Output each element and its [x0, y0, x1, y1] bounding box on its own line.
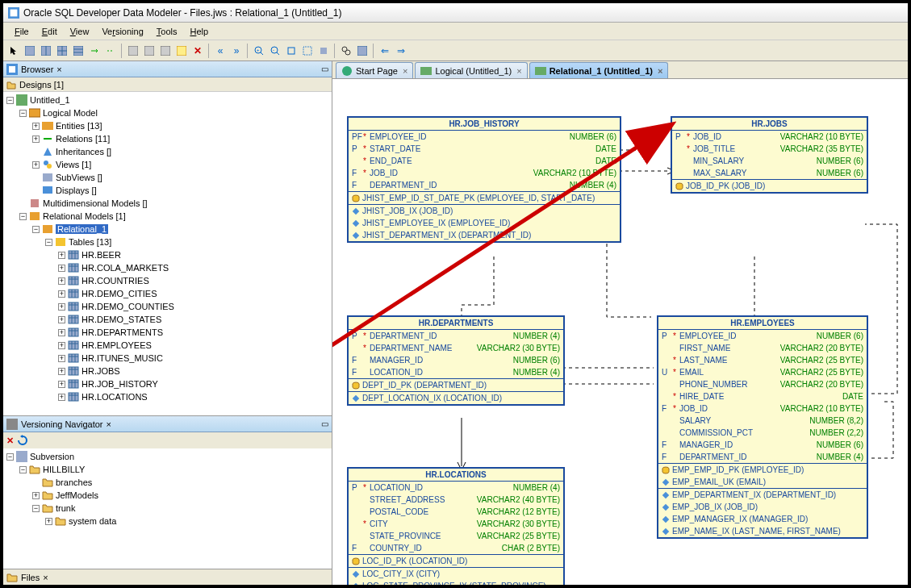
tool-fit-sel[interactable] — [300, 44, 315, 58]
tab-relational[interactable]: Relational_1 (Untitled_1)× — [529, 62, 669, 78]
svg-text:-: - — [273, 48, 274, 52]
entity-departments[interactable]: HR.DEPARTMENTSP*DEPARTMENT_IDNUMBER (4)*… — [347, 315, 565, 406]
vtree-trunk[interactable]: −trunk — [3, 502, 332, 515]
svg-rect-67 — [353, 570, 359, 577]
tool-print[interactable] — [158, 44, 173, 58]
tree-hr-departments[interactable]: +HR.DEPARTMENTS — [3, 326, 332, 339]
menu-versioning[interactable]: Versioning — [95, 25, 149, 38]
tree-hr-cola[interactable]: +HR.COLA_MARKETS — [3, 261, 332, 274]
tool-prev[interactable]: ⇐ — [378, 44, 392, 58]
tool-first[interactable]: « — [213, 44, 228, 58]
svg-rect-41 — [69, 315, 78, 323]
tree-views[interactable]: +Views [1] — [3, 158, 332, 171]
tool-next[interactable]: ⇒ — [394, 44, 408, 58]
tool-note[interactable] — [174, 44, 189, 58]
svg-rect-51 — [420, 67, 432, 75]
tool-nav[interactable] — [355, 44, 370, 58]
tab-start-close[interactable]: × — [403, 66, 407, 76]
tree-subviews[interactable]: SubViews [] — [3, 171, 332, 184]
svg-rect-19 — [320, 48, 327, 54]
menu-help[interactable]: Help — [183, 25, 215, 38]
tool-delete[interactable]: ✕ — [190, 44, 205, 58]
tree-multidimensional[interactable]: Multidimensional Models [] — [3, 197, 332, 210]
versioning-toolbar: ✕ — [3, 432, 332, 448]
tree-hr-locations[interactable]: +HR.LOCATIONS — [3, 390, 332, 403]
browser-close[interactable]: × — [56, 65, 61, 74]
tool-relation[interactable] — [87, 44, 102, 58]
tree-hr-demo-counties[interactable]: +HR.DEMO_COUNTIES — [3, 300, 332, 313]
tab-relational-close[interactable]: × — [658, 66, 662, 76]
tree-entities[interactable]: +Entities [13] — [3, 119, 332, 132]
tool-grid1[interactable] — [23, 44, 37, 58]
browser-panel-header: Browser × ▭ — [3, 61, 332, 77]
tabs-bar: Start Page× Logical (Untitled_1)× Relati… — [332, 61, 908, 79]
tool-save[interactable] — [126, 44, 140, 58]
entity-jobs[interactable]: HR.JOBSP*JOB_IDVARCHAR2 (10 BYTE)*JOB_TI… — [671, 116, 868, 194]
tree-hr-itunes[interactable]: +HR.ITUNES_MUSIC — [3, 352, 332, 365]
tree-hr-countries[interactable]: +HR.COUNTRIES — [3, 274, 332, 287]
files-tab[interactable]: Files × — [3, 569, 332, 585]
toolbar: ✕ « » + - ⇐ ⇒ — [3, 40, 908, 61]
browser-min[interactable]: ▭ — [321, 65, 328, 73]
vtree-system-data[interactable]: +system data — [3, 515, 332, 528]
tree-tables[interactable]: −Tables [13] — [3, 236, 332, 248]
tree-hr-demo-cities[interactable]: +HR.DEMO_CITIES — [3, 287, 332, 300]
menu-edit[interactable]: Edit — [36, 25, 64, 38]
entity-employees[interactable]: HR.EMPLOYEESP*EMPLOYEE_IDNUMBER (6)FIRST… — [657, 315, 868, 539]
entity-job-history[interactable]: HR.JOB_HISTORYPF*EMPLOYEE_IDNUMBER (6)P*… — [347, 116, 621, 243]
tool-search[interactable] — [339, 44, 353, 58]
tree-relational-models[interactable]: −Relational Models [1] — [3, 210, 332, 223]
tree-logical-model[interactable]: −Logical Model — [3, 106, 332, 119]
tab-logical-close[interactable]: × — [516, 66, 521, 76]
tree-relations[interactable]: +Relations [11] — [3, 132, 332, 145]
tool-zoom-in[interactable]: + — [252, 44, 266, 58]
files-close[interactable]: × — [43, 573, 48, 582]
vtree-jeffmodels[interactable]: +JeffModels — [3, 489, 332, 502]
tree-hr-beer[interactable]: +HR.BEER — [3, 248, 332, 261]
versioning-close[interactable]: × — [107, 419, 111, 429]
tree-inheritances[interactable]: Inheritances [] — [3, 145, 332, 158]
diagram-canvas[interactable]: HR.JOB_HISTORYPF*EMPLOYEE_IDNUMBER (6)P*… — [332, 79, 908, 585]
tool-open[interactable] — [142, 44, 157, 58]
folder-icon — [6, 80, 16, 90]
tool-grid2[interactable] — [39, 44, 53, 58]
versioning-tree[interactable]: −Subversion −HILLBILLY branches +JeffMod… — [3, 448, 332, 569]
tool-fit[interactable] — [284, 44, 299, 58]
tool-zoom-out[interactable]: - — [268, 44, 282, 58]
vtree-hillbilly[interactable]: −HILLBILLY — [3, 463, 332, 476]
menu-view[interactable]: View — [64, 25, 96, 38]
svg-rect-62 — [662, 491, 669, 498]
tree-displays[interactable]: Displays [] — [3, 184, 332, 197]
svg-rect-46 — [69, 380, 78, 388]
svg-rect-52 — [535, 67, 546, 75]
vtree-branches[interactable]: branches — [3, 476, 332, 489]
versioning-refresh[interactable] — [17, 435, 28, 446]
menu-file[interactable]: File — [8, 25, 36, 38]
versioning-delete[interactable]: ✕ — [6, 436, 14, 446]
svg-rect-24 — [9, 66, 15, 73]
svg-rect-45 — [69, 367, 78, 375]
tree-relational-1[interactable]: −Relational_1 — [3, 223, 332, 236]
browser-tree[interactable]: −Untitled_1 −Logical Model +Entities [13… — [3, 92, 332, 415]
tool-grid3[interactable] — [55, 44, 69, 58]
tool-layout[interactable] — [316, 44, 331, 58]
vtree-subversion[interactable]: −Subversion — [3, 450, 332, 463]
tree-untitled[interactable]: −Untitled_1 — [3, 94, 332, 106]
tree-hr-demo-states[interactable]: +HR.DEMO_STATES — [3, 313, 332, 326]
tree-hr-job-history[interactable]: +HR.JOB_HISTORY — [3, 377, 332, 390]
tool-last[interactable]: » — [229, 44, 244, 58]
menu-tools[interactable]: Tools — [150, 25, 184, 38]
tree-hr-jobs[interactable]: +HR.JOBS — [3, 365, 332, 377]
entity-locations[interactable]: HR.LOCATIONSP*LOCATION_IDNUMBER (4)STREE… — [347, 467, 565, 585]
svg-rect-1 — [10, 9, 18, 16]
tree-hr-employees[interactable]: +HR.EMPLOYEES — [3, 339, 332, 352]
tab-start[interactable]: Start Page× — [336, 62, 413, 78]
tool-pointer[interactable] — [6, 44, 21, 58]
tool-grid4[interactable] — [71, 44, 86, 58]
versioning-min[interactable]: ▭ — [321, 419, 328, 428]
titlebar: Oracle SQL Developer Data Modeler - File… — [3, 3, 908, 23]
svg-rect-47 — [69, 393, 78, 401]
versioning-header: Versioning Navigator × ▭ — [3, 416, 332, 432]
tool-relation2[interactable] — [103, 44, 118, 58]
tab-logical[interactable]: Logical (Untitled_1)× — [415, 62, 527, 78]
